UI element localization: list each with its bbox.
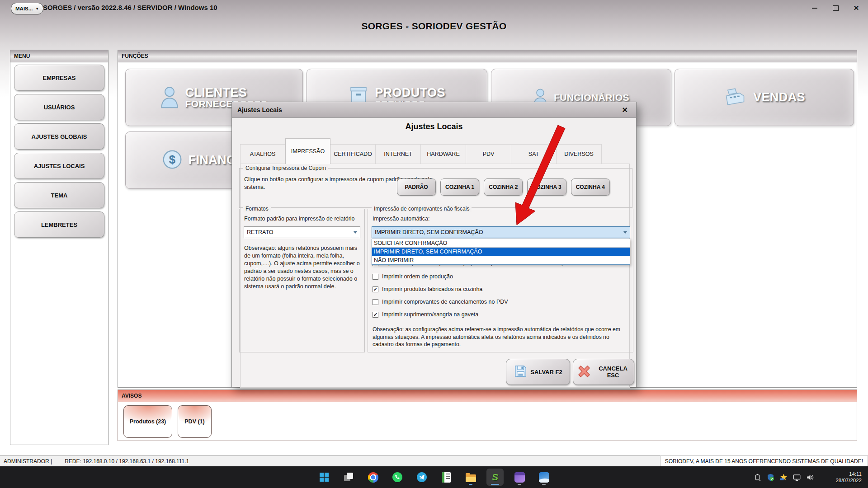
- person-icon: [160, 85, 179, 110]
- media-app-icon[interactable]: [511, 469, 528, 486]
- chrome-icon[interactable]: [364, 469, 382, 486]
- dropdown-option[interactable]: IMPRIMIR DIRETO, SEM CONFIRMAÇÃO: [372, 248, 630, 256]
- sidebar-menu-button[interactable]: USUÁRIOS: [14, 94, 104, 120]
- formats-group-title: Formatos: [243, 206, 271, 212]
- checkbox-row[interactable]: Imprimir ordem de produção: [373, 273, 508, 280]
- file-explorer-icon[interactable]: [462, 469, 479, 486]
- tab[interactable]: CERTIFICADO: [330, 144, 376, 164]
- format-label: Formato padrão para impressão de relatór…: [244, 216, 362, 222]
- dialog-title: Ajustes Locais: [237, 106, 282, 113]
- window-title: SORGES / versão 2022.8.46 / SERVIDOR / W…: [43, 4, 217, 11]
- printer-config-button[interactable]: COZINHA 1: [440, 178, 479, 196]
- volume-icon[interactable]: [806, 474, 814, 481]
- printer-config-button[interactable]: COZINHA 4: [571, 178, 610, 196]
- cancel-button[interactable]: CANCELA ESC: [573, 359, 634, 385]
- checkbox-list: Imprimir ordem de produção Imprimir prod…: [373, 273, 508, 318]
- chevron-down-icon: [623, 231, 627, 234]
- task-view-icon[interactable]: [340, 469, 357, 486]
- red-x-icon: [576, 363, 592, 381]
- report-icon[interactable]: [438, 469, 455, 486]
- auto-print-combobox[interactable]: IMPRIMIR DIRETO, SEM CONFIRMAÇÃO: [372, 226, 630, 238]
- auto-print-label: Impressão automática:: [373, 216, 429, 222]
- system-tray: [754, 466, 814, 488]
- save-button[interactable]: SALVAR F2: [506, 359, 570, 385]
- auto-print-dropdown: SOLICITAR CONFIRMAÇÃO IMPRIMIR DIRETO, S…: [372, 239, 630, 265]
- avisos-panel: AVISOS Produtos (23) PDV (1): [118, 389, 857, 441]
- taskbar-clock[interactable]: 14:11 28/07/2022: [835, 466, 862, 488]
- printer-group-title: Configurar Impressora de Cupom: [243, 165, 328, 171]
- dollar-icon: $: [162, 150, 182, 171]
- menu-list: EMPRESAS USUÁRIOS AJUSTES GLOBAIS AJUSTE…: [14, 65, 104, 238]
- tab[interactable]: PDV: [466, 144, 511, 164]
- status-user: ADMINISTRADOR |: [4, 458, 52, 465]
- printer-config-button[interactable]: PADRÃO: [397, 178, 436, 196]
- printer-config-button[interactable]: COZINHA 3: [527, 178, 566, 196]
- sorges-app-icon[interactable]: S: [486, 469, 504, 486]
- tab[interactable]: INTERNET: [376, 144, 421, 164]
- aviso-button[interactable]: Produtos (23): [123, 405, 172, 438]
- tab[interactable]: SAT: [511, 144, 557, 164]
- printer-group: Configurar Impressora de Cupom Clique no…: [239, 168, 632, 208]
- security-shield-icon[interactable]: [767, 474, 774, 481]
- checkbox-row[interactable]: Imprimir suprimento/sangria na gaveta: [373, 311, 508, 318]
- sidebar-menu-button[interactable]: LEMBRETES: [14, 211, 104, 238]
- more-menu-button[interactable]: MAIS... ▼: [11, 3, 43, 14]
- app-root: MAIS... ▼ SORGES / versão 2022.8.46 / SE…: [0, 0, 868, 488]
- receipts-group-title: Impressão de comprovantes não fiscais: [372, 206, 472, 212]
- tab[interactable]: IMPRESSÃO: [285, 138, 330, 164]
- telegram-icon[interactable]: [413, 469, 430, 486]
- status-bar: ADMINISTRADOR | REDE: 192.168.0.10 / 192…: [0, 455, 868, 466]
- avisos-panel-header: AVISOS: [118, 390, 857, 402]
- photos-app-icon[interactable]: [535, 469, 552, 486]
- checkbox-row[interactable]: Imprimir produtos fabricados na cozinha: [373, 286, 508, 292]
- formats-note: Observação: alguns relatórios possuem ma…: [244, 244, 360, 291]
- dialog-tabs: ATALHOS IMPRESSÃO CERTIFICADO INTERNET H…: [240, 138, 602, 164]
- dropdown-option[interactable]: NÃO IMPRIMIR: [372, 256, 630, 264]
- ajustes-locais-dialog: Ajustes Locais ✕ Ajustes Locais ATALHOS …: [231, 102, 637, 387]
- taskbar-icons: S: [316, 466, 552, 488]
- display-icon[interactable]: [793, 474, 801, 481]
- taskbar: S 14:11 28/07/2022: [0, 466, 868, 488]
- clock-date: 28/07/2022: [835, 477, 862, 483]
- checkbox-icon: [373, 274, 378, 280]
- printer-buttons: PADRÃO COZINHA 1 COZINHA 2 COZINHA 3 COZ…: [397, 178, 610, 196]
- close-button[interactable]: ✕: [852, 4, 861, 13]
- dialog-heading: Ajustes Locais: [232, 122, 636, 131]
- formats-group: Formatos Formato padrão para impressão d…: [239, 209, 365, 352]
- svg-text:$: $: [169, 153, 175, 166]
- window-controls: ✕: [810, 3, 861, 14]
- checkbox-icon: [373, 312, 378, 318]
- sidebar-menu-button[interactable]: AJUSTES GLOBAIS: [14, 123, 104, 150]
- tab[interactable]: HARDWARE: [421, 144, 466, 164]
- receipts-note: Observação: as configurações acima refer…: [373, 326, 628, 348]
- sidebar-menu-button[interactable]: AJUSTES LOCAIS: [14, 153, 104, 179]
- checkbox-icon: [373, 286, 378, 292]
- tab[interactable]: ATALHOS: [240, 144, 285, 164]
- favorites-star-icon[interactable]: [780, 474, 788, 481]
- sidebar-menu-button[interactable]: EMPRESAS: [14, 65, 104, 91]
- sidebar-menu-button[interactable]: TEMA: [14, 182, 104, 208]
- clock-time: 14:11: [849, 471, 862, 477]
- app-heading: SORGES - SORIODEV GESTÃO: [0, 21, 868, 32]
- functions-panel-header: FUNÇÕES: [118, 50, 857, 62]
- dialog-close-icon[interactable]: ✕: [619, 105, 631, 115]
- menu-panel: MENU EMPRESAS USUÁRIOS AJUSTES GLOBAIS A…: [10, 50, 108, 445]
- checkbox-row[interactable]: Imprimir comprovantes de cancelamentos n…: [373, 299, 508, 305]
- status-network: REDE: 192.168.0.10 / 192.168.63.1 / 192.…: [65, 458, 189, 465]
- receipts-group: Impressão de comprovantes não fiscais Im…: [368, 209, 633, 352]
- dialog-titlebar[interactable]: Ajustes Locais ✕: [232, 102, 636, 118]
- whatsapp-icon[interactable]: [389, 469, 406, 486]
- chevron-down-icon: ▼: [35, 7, 39, 11]
- aviso-button[interactable]: PDV (1): [178, 405, 212, 438]
- cash-register-icon: [723, 87, 747, 108]
- maximize-button[interactable]: [831, 4, 840, 13]
- vendas-button[interactable]: VENDAS: [675, 69, 854, 126]
- usb-icon[interactable]: [754, 474, 761, 481]
- format-select[interactable]: RETRATO: [244, 226, 360, 238]
- start-icon[interactable]: [316, 469, 333, 486]
- printer-config-button[interactable]: COZINHA 2: [484, 178, 523, 196]
- tab[interactable]: DIVERSOS: [557, 144, 602, 164]
- dropdown-option[interactable]: SOLICITAR CONFIRMAÇÃO: [372, 239, 630, 248]
- minimize-button[interactable]: [810, 4, 819, 13]
- status-slogan: SORIODEV, A MAIS DE 15 ANOS OFERENCENDO …: [660, 455, 868, 467]
